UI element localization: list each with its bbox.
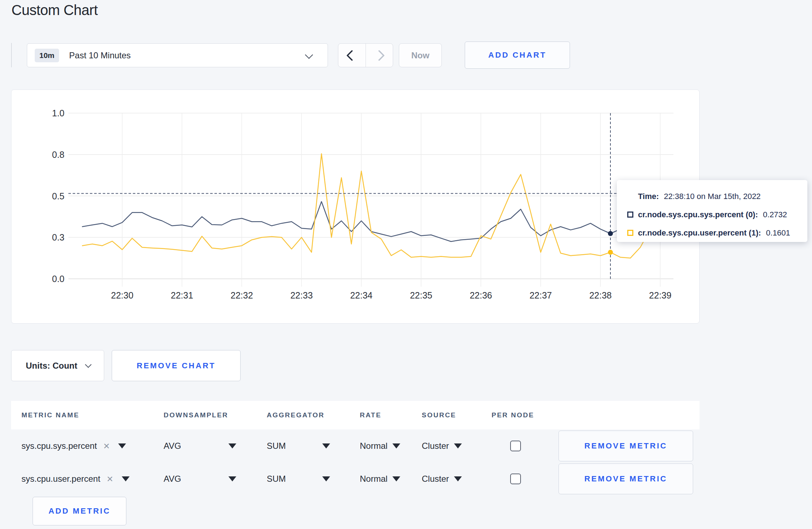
svg-text:22:37: 22:37 <box>530 290 552 300</box>
metric-row: sys.cpu.user.percent × AVG SUM Normal Cl… <box>11 462 700 495</box>
source-select[interactable]: Cluster <box>419 441 487 451</box>
aggregator-select[interactable]: SUM <box>257 474 354 484</box>
triangle-down-icon <box>122 476 130 481</box>
header-metric-name: METRIC NAME <box>11 411 154 419</box>
remove-metric-button[interactable]: REMOVE METRIC <box>559 464 693 494</box>
chart-plot-area[interactable]: 0.00.30.50.81.022:3022:3122:3222:3322:34… <box>11 90 700 324</box>
time-nav-arrows <box>338 43 393 67</box>
metric-row: sys.cpu.sys.percent × AVG SUM Normal Clu… <box>11 429 700 462</box>
svg-text:22:30: 22:30 <box>111 290 134 300</box>
svg-text:0.3: 0.3 <box>52 232 64 242</box>
svg-text:22:36: 22:36 <box>470 290 492 300</box>
svg-text:22:33: 22:33 <box>290 290 313 300</box>
add-chart-button[interactable]: ADD CHART <box>465 42 570 69</box>
svg-text:0.0: 0.0 <box>52 274 64 284</box>
remove-chart-button[interactable]: REMOVE CHART <box>112 350 241 381</box>
units-dropdown[interactable]: Units: Count <box>11 350 104 381</box>
tooltip-sys-label: cr.node.sys.cpu.sys.percent (0): <box>638 210 758 219</box>
user-percent-swatch-icon <box>627 230 633 236</box>
tooltip-series-row: cr.node.sys.cpu.sys.percent (0): 0.2732 <box>627 205 807 224</box>
time-range-badge: 10m <box>35 49 59 62</box>
header-aggregator: AGGREGATOR <box>257 411 354 419</box>
svg-text:22:39: 22:39 <box>649 290 672 300</box>
metric-name-value: sys.cpu.user.percent <box>21 474 100 484</box>
svg-text:22:38: 22:38 <box>589 290 612 300</box>
rate-select[interactable]: Normal <box>354 441 419 451</box>
metrics-table-header: METRIC NAME DOWNSAMPLER AGGREGATOR RATE … <box>11 401 700 429</box>
prev-time-button[interactable] <box>338 44 366 67</box>
units-label: Units: Count <box>26 361 77 371</box>
tooltip-time-row: Time: 22:38:10 on Mar 15th, 2022 <box>638 187 807 205</box>
header-downsampler: DOWNSAMPLER <box>154 411 257 419</box>
tooltip-time-value: 22:38:10 on Mar 15th, 2022 <box>664 192 760 201</box>
svg-text:22:32: 22:32 <box>231 290 253 300</box>
downsampler-select[interactable]: AVG <box>154 474 257 484</box>
tooltip-sys-value: 0.2732 <box>763 210 787 219</box>
chevron-left-icon <box>346 50 357 61</box>
tooltip-series-row: cr.node.sys.cpu.user.percent (1): 0.1601 <box>627 224 807 242</box>
triangle-down-icon <box>454 443 462 448</box>
time-range-dropdown[interactable]: 10m Past 10 Minutes <box>27 43 328 67</box>
svg-text:22:35: 22:35 <box>410 290 432 300</box>
clear-metric-icon[interactable]: × <box>103 441 110 451</box>
triangle-down-icon <box>392 476 400 481</box>
add-metric-button[interactable]: ADD METRIC <box>33 497 126 525</box>
toolbar-divider <box>11 43 12 67</box>
metric-name-select[interactable]: sys.cpu.user.percent × <box>11 474 154 484</box>
remove-metric-button[interactable]: REMOVE METRIC <box>559 431 693 461</box>
per-node-checkbox[interactable] <box>510 474 521 484</box>
rate-select[interactable]: Normal <box>354 474 419 484</box>
triangle-down-icon <box>392 443 400 448</box>
chevron-down-icon <box>85 361 91 368</box>
metric-name-select[interactable]: sys.cpu.sys.percent × <box>11 441 154 451</box>
triangle-down-icon <box>454 476 462 481</box>
header-per-node: PER NODE <box>487 411 547 419</box>
tooltip-time-label: Time: <box>638 192 659 201</box>
svg-text:1.0: 1.0 <box>52 108 64 118</box>
clear-metric-icon[interactable]: × <box>107 474 113 484</box>
triangle-down-icon <box>322 476 330 481</box>
next-time-button[interactable] <box>366 44 393 67</box>
triangle-down-icon <box>118 443 126 448</box>
time-range-label: Past 10 Minutes <box>69 50 131 60</box>
per-node-checkbox[interactable] <box>510 441 521 451</box>
chevron-right-icon <box>374 50 385 61</box>
svg-text:22:34: 22:34 <box>350 290 373 300</box>
chevron-down-icon <box>305 51 313 59</box>
source-select[interactable]: Cluster <box>419 474 487 484</box>
tooltip-user-label: cr.node.sys.cpu.user.percent (1): <box>638 228 761 238</box>
now-button[interactable]: Now <box>399 43 442 67</box>
triangle-down-icon <box>228 443 236 448</box>
svg-text:0.5: 0.5 <box>52 191 64 201</box>
metrics-table: METRIC NAME DOWNSAMPLER AGGREGATOR RATE … <box>11 401 700 495</box>
downsampler-select[interactable]: AVG <box>154 441 257 451</box>
header-rate: RATE <box>354 411 419 419</box>
metric-name-value: sys.cpu.sys.percent <box>21 441 97 451</box>
page-title: Custom Chart <box>11 2 98 18</box>
chart-panel: 0.00.30.50.81.022:3022:3122:3222:3322:34… <box>11 89 700 324</box>
svg-text:22:31: 22:31 <box>171 290 193 300</box>
tooltip-user-value: 0.1601 <box>766 228 790 238</box>
chart-tooltip: Time: 22:38:10 on Mar 15th, 2022 cr.node… <box>617 180 807 242</box>
sys-percent-swatch-icon <box>627 212 633 218</box>
aggregator-select[interactable]: SUM <box>257 441 354 451</box>
custom-chart-page: Custom Chart 10m Past 10 Minutes Now ADD… <box>0 0 812 529</box>
triangle-down-icon <box>322 443 330 448</box>
triangle-down-icon <box>228 476 236 481</box>
svg-text:0.8: 0.8 <box>52 150 64 160</box>
header-source: SOURCE <box>419 411 487 419</box>
